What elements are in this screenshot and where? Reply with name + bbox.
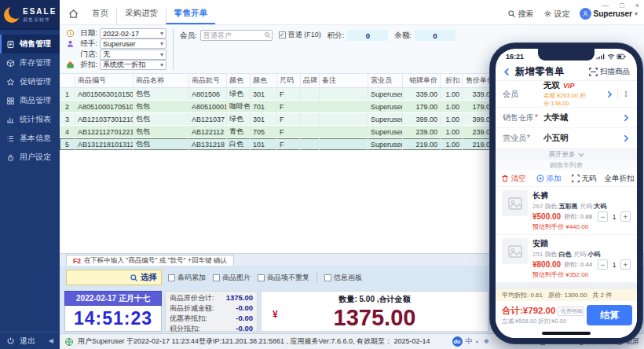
entry-option-checkbox[interactable]: 商品图片 bbox=[213, 273, 251, 283]
home-icon[interactable] bbox=[68, 8, 79, 20]
totals-label: 优惠券抵扣: bbox=[170, 314, 207, 324]
exit-button[interactable]: 退出 ◀ bbox=[0, 332, 60, 349]
wifi-icon bbox=[607, 53, 615, 60]
table-row[interactable]: 3 AB121037301210 包包 AB121037 绿色 301 F Su… bbox=[60, 113, 497, 126]
user-name: Superuser bbox=[594, 9, 632, 18]
sidebar-item-label: 促销管理 bbox=[20, 76, 51, 87]
barcode-input[interactable]: 选择 bbox=[66, 270, 162, 285]
app-name: ESALE bbox=[23, 8, 57, 16]
item-attrs: 251 颜色:白色 尺码:小码 bbox=[532, 250, 631, 259]
item-discount: 折扣: 0.44 bbox=[564, 260, 592, 269]
cart-stats-bar: 平均折扣: 0.61 原价: 1300.00 共 2 件 bbox=[496, 289, 637, 301]
search-button[interactable]: 搜索 bbox=[507, 9, 534, 20]
increase-qty-button[interactable]: + bbox=[620, 259, 631, 270]
item-name: 安踏 bbox=[532, 238, 631, 249]
cell-color-code: 705 bbox=[251, 126, 277, 138]
discount-detail-badge[interactable]: 优惠明细 bbox=[558, 307, 584, 316]
more-options-icon[interactable]: ⋮ bbox=[622, 92, 630, 96]
minimize-button[interactable]: — bbox=[602, 2, 609, 9]
back-chevron-icon[interactable] bbox=[503, 68, 511, 76]
sidebar-item-products[interactable]: 商品管理 bbox=[0, 91, 60, 110]
select-button[interactable]: 选择 bbox=[141, 272, 157, 283]
search-icon bbox=[130, 274, 138, 282]
entry-option-checkbox[interactable]: 商品项不重复 bbox=[258, 273, 309, 283]
cell-tag-price: 339.00 bbox=[403, 88, 441, 100]
ime-lang[interactable]: 中 bbox=[466, 336, 473, 347]
table-row[interactable]: 2 A8051000170510 包包 A80510001 咖啡色 701 F … bbox=[60, 101, 497, 113]
cell-note bbox=[320, 88, 368, 100]
ime-tools-icons[interactable]: ⁎ ❖ bbox=[476, 338, 491, 345]
maximize-button[interactable]: □ bbox=[620, 2, 624, 9]
sidebar-item-inventory[interactable]: 库存管理 bbox=[0, 53, 60, 72]
table-row[interactable]: 4 AB122112701221 包包 AB122112 青色 705 F Su… bbox=[60, 126, 497, 138]
home-indicator[interactable] bbox=[542, 332, 591, 335]
clear-cart-button[interactable]: 清空 bbox=[496, 174, 531, 184]
discount-select[interactable]: 系统统一折扣▾ bbox=[100, 60, 166, 70]
whole-order-discount-button[interactable]: 全单折扣 bbox=[602, 174, 637, 184]
ime-toolbar[interactable]: du 中 ⁎ ❖ bbox=[452, 336, 491, 347]
col-header: 颜色 bbox=[227, 74, 251, 87]
collapse-sidebar-icon[interactable]: ◀ bbox=[49, 337, 53, 344]
cell-note bbox=[320, 101, 368, 112]
decrease-qty-button[interactable]: − bbox=[598, 259, 608, 270]
member-field[interactable]: 会员 无双VIP 余额 ¥263.00 积分:138.00 ⋮ bbox=[496, 81, 637, 108]
item-code: 251 bbox=[532, 251, 543, 258]
cell-note bbox=[320, 138, 368, 150]
sidebar-item-user-settings[interactable]: 用户设定 bbox=[0, 148, 60, 167]
add-item-button[interactable]: 添加 bbox=[531, 174, 566, 184]
settings-button[interactable]: 设定 bbox=[543, 9, 570, 20]
table-row[interactable]: 1 A8015063010150 包包 A801506 绿色 301 F Sup… bbox=[60, 88, 497, 101]
sidebar-item-reports[interactable]: 统计报表 bbox=[0, 110, 60, 129]
cart-item[interactable]: 安踏 251 颜色:白色 尺码:小码 ¥800.00 折扣: 0.44 − bbox=[496, 235, 637, 283]
points-value: 0 bbox=[347, 30, 388, 41]
sidebar-item-sales[interactable]: 销售管理 bbox=[0, 35, 60, 53]
close-button[interactable]: × bbox=[635, 2, 639, 9]
product-image-placeholder bbox=[502, 190, 528, 216]
no-barcode-button[interactable]: 无码 bbox=[566, 174, 602, 184]
decrease-qty-button[interactable]: − bbox=[598, 211, 608, 222]
table-row[interactable]: 5 AB131218101312 包包 AB131218 白色 101 F Su… bbox=[60, 138, 497, 151]
cell-product-name: 包包 bbox=[134, 88, 189, 100]
cart-item[interactable]: 长裤 267 颜色:五彩黑 尺码:大码 ¥500.00 折扣: 0.88 − bbox=[496, 187, 637, 235]
member-normal-checkbox[interactable]: ✓ 普通 (F10) bbox=[279, 30, 321, 40]
row-number: 5 bbox=[60, 138, 75, 150]
salesperson-field[interactable]: 营业员* 小五明 bbox=[496, 128, 637, 149]
sidebar-item-label: 库存管理 bbox=[20, 57, 51, 68]
sidebar-item-basic-info[interactable]: 基本信息 bbox=[0, 129, 60, 148]
date-select[interactable]: 2022-02-17▾ bbox=[100, 28, 166, 39]
warehouse-field[interactable]: 销售仓库* 大学城 bbox=[496, 108, 637, 128]
cell-product-code: A8015063010150 bbox=[75, 88, 134, 100]
checkout-button[interactable]: 结算 bbox=[587, 305, 632, 325]
increase-qty-button[interactable]: + bbox=[620, 211, 631, 222]
star-icon bbox=[6, 78, 15, 86]
scan-product-button[interactable]: 扫描商品 bbox=[589, 67, 630, 77]
clerk-select[interactable]: Superuser▾ bbox=[100, 39, 166, 49]
cart-total: 合计:¥792.00 bbox=[502, 305, 555, 317]
sidebar-item-label: 销售管理 bbox=[20, 39, 51, 50]
tab-purchase[interactable]: 采购进货 bbox=[116, 8, 166, 24]
power-icon bbox=[6, 336, 15, 345]
tab-retail-billing[interactable]: 零售开单 bbox=[166, 8, 215, 24]
item-size: 大码 bbox=[594, 203, 606, 210]
lock-icon bbox=[6, 153, 15, 162]
member-search-input[interactable] bbox=[200, 30, 273, 41]
ime-du-icon[interactable]: du bbox=[452, 336, 463, 347]
globe-icon bbox=[64, 337, 74, 347]
entry-option-checkbox[interactable]: 条码累加 bbox=[168, 273, 206, 283]
store-select[interactable]: 无▾ bbox=[100, 50, 166, 60]
date-value: 2022-02-17 bbox=[103, 30, 139, 38]
box-icon bbox=[6, 59, 15, 68]
expand-more-button[interactable]: 展开更多 bbox=[496, 149, 637, 160]
totals-label: 商品折减金额: bbox=[170, 303, 214, 314]
tab-home[interactable]: 首页 bbox=[84, 8, 116, 24]
phone-spacer bbox=[496, 283, 637, 289]
cell-salesperson: Superuser bbox=[368, 126, 403, 138]
hint-text: 在下框中输入 "商品编号" 或 "款号" +回车键 确认 bbox=[84, 256, 227, 266]
col-header: 铭牌单价 bbox=[403, 74, 441, 87]
item-price: ¥500.00 bbox=[532, 212, 561, 221]
entry-option-checkbox[interactable]: 信息画板 bbox=[317, 273, 362, 283]
sidebar-item-promotion[interactable]: 促销管理 bbox=[0, 72, 60, 91]
item-estimated-price: 预估到手价 ¥440.00 bbox=[532, 222, 631, 231]
user-menu[interactable]: Superuser ▾ bbox=[580, 8, 638, 20]
cell-color-code: 301 bbox=[251, 113, 277, 125]
